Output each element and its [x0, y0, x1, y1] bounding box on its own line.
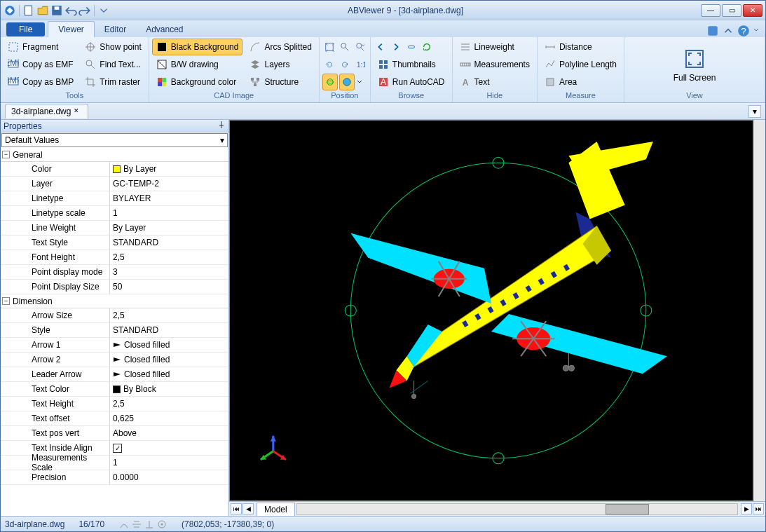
help-dropdown-icon[interactable] [753, 25, 760, 37]
collapse-icon[interactable]: − [2, 297, 10, 305]
refresh-button[interactable] [404, 39, 418, 55]
pin-icon[interactable] [217, 121, 226, 131]
property-row[interactable]: Arrow Size2,5 [1, 308, 228, 323]
polyline-length-button[interactable]: Polyline Length [540, 56, 621, 73]
property-row[interactable]: Arrow 1Closed filled [1, 338, 228, 353]
style-icon[interactable] [706, 25, 719, 37]
zoom-dropdown[interactable] [353, 39, 367, 55]
rotate-cw-button[interactable] [338, 56, 352, 73]
property-row[interactable]: Point display mode3 [1, 265, 228, 280]
snap-perp-icon[interactable] [144, 519, 155, 530]
svg-point-78 [568, 365, 574, 371]
thumbnails-button[interactable]: Thumbnails [374, 56, 449, 73]
find-text-button[interactable]: Find Text... [81, 56, 145, 73]
menu-file[interactable]: File [6, 22, 45, 36]
distance-button[interactable]: Distance [540, 39, 621, 55]
next-button[interactable] [389, 39, 403, 55]
undo-icon[interactable] [64, 4, 77, 17]
rotate-ccw-button[interactable] [322, 56, 336, 73]
property-key: Point display mode [1, 265, 110, 279]
reload-button[interactable] [420, 39, 434, 55]
property-row[interactable]: LinetypeBYLAYER [1, 191, 228, 206]
property-section-header[interactable]: −General [1, 148, 228, 162]
properties-selector[interactable]: Default Values ▾ [1, 133, 228, 147]
property-row[interactable]: Measurements Scale1 [1, 456, 228, 470]
show-point-button[interactable]: Show point [81, 39, 145, 55]
property-row[interactable]: Font Height2,5 [1, 250, 228, 265]
prev-layout-button[interactable]: ◀ [242, 503, 254, 514]
property-section-header[interactable]: −Dimension [1, 294, 228, 308]
vertical-scrollbar[interactable] [753, 120, 765, 501]
run-autocad-button[interactable]: ARun AutoCAD [374, 74, 449, 90]
property-row[interactable]: Linetype scale1 [1, 206, 228, 221]
full-screen-button[interactable]: Full Screen [670, 39, 719, 91]
bw-drawing-button[interactable]: B/W drawing [152, 56, 243, 73]
property-row[interactable]: StyleSTANDARD [1, 323, 228, 338]
view3d-dropdown-icon[interactable] [356, 74, 363, 90]
property-row[interactable]: Text offset0,625 [1, 411, 228, 426]
menu-editor[interactable]: Editor [95, 22, 136, 37]
text-button[interactable]: AText [456, 74, 534, 90]
area-button[interactable]: Area [540, 74, 621, 90]
fit-button[interactable] [322, 39, 336, 55]
menu-viewer[interactable]: Viewer [48, 21, 94, 37]
property-row[interactable]: LayerGC-TEMP-2 [1, 177, 228, 191]
fragment-button[interactable]: Fragment [4, 39, 78, 55]
view3d-button[interactable] [339, 74, 355, 90]
snap-endpoint-icon[interactable] [118, 519, 130, 530]
lineweight-button[interactable]: Lineweight [456, 39, 534, 55]
horizontal-scrollbar[interactable] [296, 503, 738, 515]
qat-dropdown-icon[interactable] [97, 4, 110, 17]
chevron-up-icon[interactable] [722, 25, 734, 37]
property-row[interactable]: Text StyleSTANDARD [1, 236, 228, 250]
airplane-model [230, 121, 753, 500]
property-row[interactable]: Text ColorBy Block [1, 382, 228, 397]
svg-rect-18 [158, 82, 162, 86]
last-layout-button[interactable]: ⏭ [753, 503, 764, 514]
scale-button[interactable]: 1:1 [353, 56, 367, 73]
redo-icon[interactable] [78, 4, 91, 17]
structure-button[interactable]: Structure [245, 74, 315, 90]
black-background-button[interactable]: Black Background [152, 39, 243, 55]
bg-color-button[interactable]: Background color [152, 74, 243, 90]
new-icon[interactable] [22, 4, 35, 17]
property-row[interactable]: Text pos vertAbove [1, 426, 228, 441]
zoom-button[interactable] [338, 39, 352, 55]
snap-grid-icon[interactable] [131, 519, 142, 530]
property-row[interactable]: Point Display Size50 [1, 280, 228, 294]
save-icon[interactable] [50, 4, 63, 17]
model-tab[interactable]: Model [257, 503, 295, 516]
copy-bmp-button[interactable]: BMPCopy as BMP [4, 74, 78, 90]
close-button[interactable]: ✕ [743, 4, 762, 17]
menu-advanced[interactable]: Advanced [136, 22, 193, 37]
property-row[interactable]: ColorBy Layer [1, 162, 228, 177]
next-layout-button[interactable]: ▶ [741, 503, 752, 514]
property-row[interactable]: Line WeightBy Layer [1, 221, 228, 236]
property-row[interactable]: Leader ArrowClosed filled [1, 367, 228, 382]
ribbon-group-measure: Distance Polyline Length Area Measure [538, 37, 624, 102]
snap-object-icon[interactable] [156, 519, 167, 530]
copy-emf-button[interactable]: EMFCopy as EMF [4, 56, 78, 73]
property-row[interactable]: Precision0.0000 [1, 470, 228, 485]
help-icon[interactable]: ? [737, 25, 750, 37]
property-key: Text pos vert [1, 426, 110, 440]
maximize-button[interactable]: ▭ [722, 4, 741, 17]
property-row[interactable]: Text Height2,5 [1, 397, 228, 411]
viewport-3d[interactable] [229, 120, 753, 501]
first-layout-button[interactable]: ⏮ [231, 503, 242, 514]
trim-raster-button[interactable]: Trim raster [81, 74, 145, 90]
tab-overflow-button[interactable]: ▾ [748, 105, 761, 118]
open-icon[interactable] [36, 4, 49, 17]
checkbox-checked-icon[interactable]: ✓ [113, 444, 122, 453]
minimize-button[interactable]: — [701, 4, 720, 17]
layers-button[interactable]: Layers [245, 56, 315, 73]
arcs-splitted-button[interactable]: Arcs Splitted [245, 39, 315, 55]
document-tab[interactable]: 3d-airplane.dwg ✕ [5, 104, 88, 118]
property-row[interactable]: Arrow 2Closed filled [1, 353, 228, 367]
scrollbar-thumb[interactable] [606, 504, 650, 514]
prev-button[interactable] [374, 39, 388, 55]
close-tab-icon[interactable]: ✕ [74, 107, 82, 116]
collapse-icon[interactable]: − [2, 151, 10, 158]
measurements-button[interactable]: Measurements [456, 56, 534, 73]
orbit-button[interactable] [322, 74, 338, 90]
